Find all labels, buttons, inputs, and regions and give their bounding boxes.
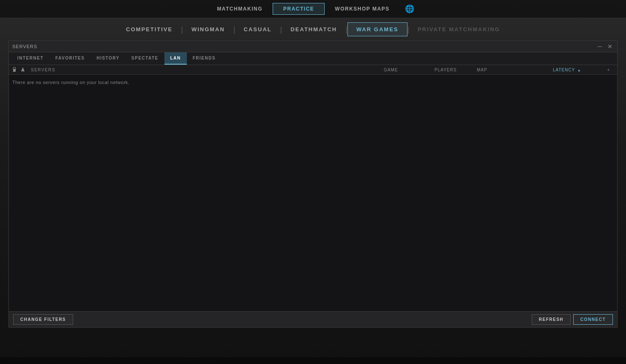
boost-column-header (21, 67, 27, 73)
mode-wingman[interactable]: WINGMAN (183, 23, 233, 36)
add-column-header[interactable]: + (604, 68, 614, 72)
nav-practice[interactable]: PRACTICE (273, 3, 325, 15)
no-servers-message: There are no servers running on your loc… (12, 80, 129, 85)
change-filters-button[interactable]: CHANGE FILTERS (13, 314, 73, 325)
tab-spectate[interactable]: SPECTATE (126, 52, 164, 65)
mode-private-matchmaking[interactable]: PRIVATE MATCHMAKING (409, 23, 508, 36)
latency-column-header[interactable]: LATENCY ▲ (553, 68, 604, 72)
nav-workshop-maps[interactable]: WORKSHOP MAPS (325, 3, 399, 14)
top-nav: MATCHMAKING PRACTICE WORKSHOP MAPS 🌐 (0, 0, 626, 18)
nav-matchmaking[interactable]: MATCHMAKING (207, 3, 273, 14)
svg-marker-1 (21, 67, 25, 71)
dialog-controls: ─ ✕ (596, 43, 614, 50)
refresh-button[interactable]: REFRESH (532, 314, 571, 325)
minimize-button[interactable]: ─ (596, 43, 604, 50)
mode-nav: COMPETITIVE | WINGMAN | CASUAL | DEATHMA… (0, 18, 626, 41)
game-column-header[interactable]: GAME (384, 68, 435, 72)
tab-friends[interactable]: FRIENDS (187, 52, 221, 65)
server-dialog: Servers ─ ✕ INTERNET FAVORITES HISTORY S… (8, 41, 618, 328)
lock-column-header (12, 67, 19, 73)
tab-bar: INTERNET FAVORITES HISTORY SPECTATE LAN … (9, 52, 617, 65)
sort-arrow-icon: ▲ (577, 68, 581, 72)
servers-column-header[interactable]: SERVERS (31, 68, 384, 72)
mode-casual[interactable]: CASUAL (235, 23, 280, 36)
footer-bar: CHANGE FILTERS REFRESH CONNECT (9, 311, 617, 327)
dialog-title-bar: Servers ─ ✕ (9, 41, 617, 52)
connect-button[interactable]: CONNECT (573, 314, 613, 325)
table-header: SERVERS GAME PLAYERS MAP LATENCY ▲ + (9, 65, 617, 75)
bottom-dots: · · · · · · · · · · · · · · · · · · · · … (8, 359, 217, 363)
tab-internet[interactable]: INTERNET (11, 52, 49, 65)
globe-button[interactable]: 🌐 (400, 3, 419, 15)
mode-war-games[interactable]: WAR GAMES (347, 22, 407, 36)
map-column-header[interactable]: MAP (477, 68, 553, 72)
footer-right: REFRESH CONNECT (532, 314, 613, 325)
tab-history[interactable]: HISTORY (90, 52, 125, 65)
players-column-header[interactable]: PLAYERS (435, 68, 477, 72)
tab-favorites[interactable]: FAVORITES (49, 52, 90, 65)
mode-competitive[interactable]: COMPETITIVE (118, 23, 181, 36)
tab-lan[interactable]: LAN (164, 52, 187, 65)
svg-rect-0 (13, 69, 16, 72)
mode-deathmatch[interactable]: DEATHMATCH (282, 23, 345, 36)
footer-left: CHANGE FILTERS (13, 314, 73, 325)
dialog-title: Servers (12, 44, 37, 49)
close-button[interactable]: ✕ (606, 43, 614, 50)
bottom-bar: · · · · · · · · · · · · · · · · · · · · … (0, 357, 626, 364)
server-list-body: There are no servers running on your loc… (9, 75, 617, 311)
